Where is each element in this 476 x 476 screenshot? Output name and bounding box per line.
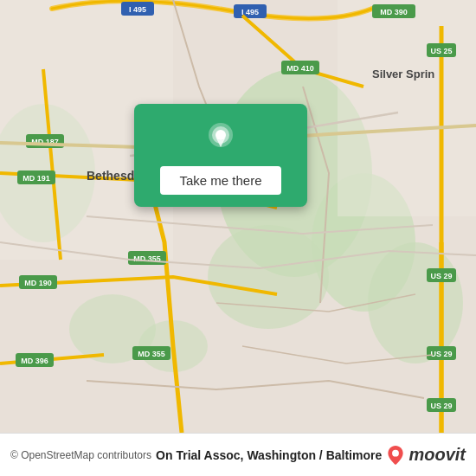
map-container: I 495 I 495 MD 390 MD 410 US 25 MD 187 M… xyxy=(0,0,476,433)
attribution-text: © OpenStreetMap contributors xyxy=(10,449,151,461)
svg-text:MD 410: MD 410 xyxy=(286,64,314,73)
svg-point-3 xyxy=(208,225,329,329)
map-svg: I 495 I 495 MD 390 MD 410 US 25 MD 187 M… xyxy=(0,0,476,433)
svg-text:MD 390: MD 390 xyxy=(380,8,408,16)
moovit-pin-icon xyxy=(386,446,405,465)
svg-text:Silver Sprin: Silver Sprin xyxy=(372,68,434,80)
svg-text:MD 396: MD 396 xyxy=(21,357,48,365)
svg-point-5 xyxy=(368,242,463,363)
svg-text:US 29: US 29 xyxy=(430,350,452,358)
moovit-logo: moovit xyxy=(386,445,466,465)
bottom-bar: © OpenStreetMap contributors On Trial As… xyxy=(0,433,476,476)
svg-text:I 495: I 495 xyxy=(129,5,146,14)
take-me-there-button[interactable]: Take me there xyxy=(160,166,280,195)
svg-point-43 xyxy=(392,449,399,456)
location-card: Take me there xyxy=(134,104,307,207)
svg-text:US 29: US 29 xyxy=(430,272,452,280)
moovit-text: moovit xyxy=(408,445,466,465)
svg-text:MD 190: MD 190 xyxy=(24,279,52,287)
svg-text:US 25: US 25 xyxy=(430,47,452,55)
svg-text:MD 355: MD 355 xyxy=(138,350,165,358)
svg-text:Bethesda: Bethesda xyxy=(87,169,141,183)
location-label: On Trial Assoc, Washington / Baltimore xyxy=(156,448,382,462)
svg-text:MD 191: MD 191 xyxy=(23,174,50,183)
svg-rect-9 xyxy=(338,0,476,216)
svg-text:US 29: US 29 xyxy=(430,402,452,410)
location-pin-icon xyxy=(202,119,240,158)
